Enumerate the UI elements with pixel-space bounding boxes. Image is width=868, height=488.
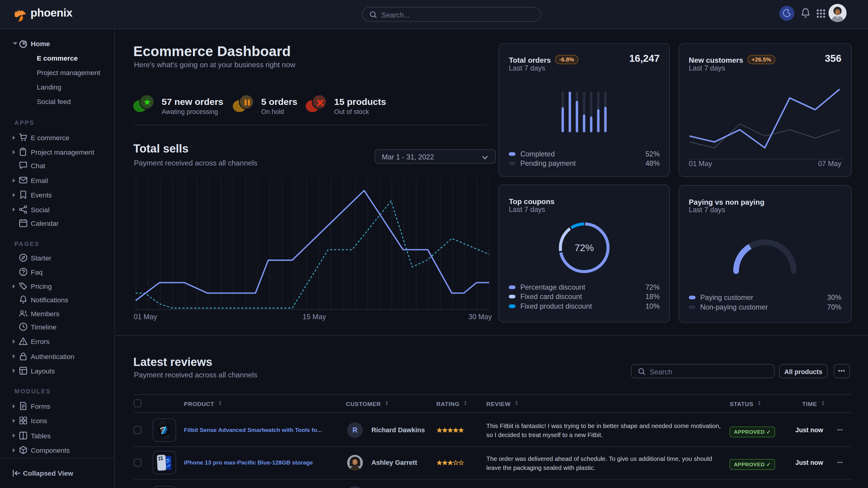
svg-text:01 May: 01 May [134,313,157,321]
svg-text:15 May: 15 May [303,313,326,321]
svg-text:72%: 72% [575,242,594,253]
svg-text:30 May: 30 May [468,313,492,321]
